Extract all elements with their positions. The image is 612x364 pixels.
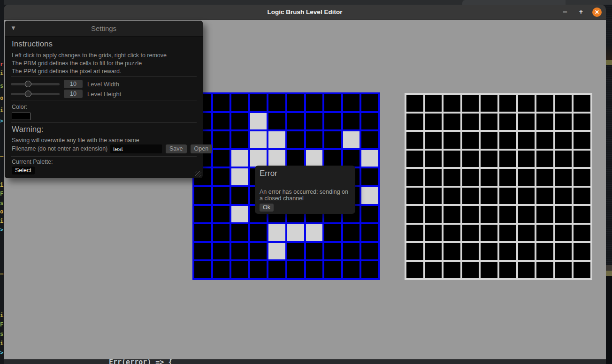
ppm-cell[interactable] — [518, 114, 535, 130]
ppm-cell[interactable] — [444, 132, 460, 149]
ppm-cell[interactable] — [481, 243, 497, 260]
ppm-cell[interactable] — [444, 206, 460, 223]
pbm-cell[interactable] — [231, 131, 248, 148]
pbm-cell[interactable] — [324, 243, 341, 260]
pbm-cell[interactable] — [194, 206, 211, 223]
ppm-cell[interactable] — [555, 114, 572, 130]
level-width-value[interactable]: 10 — [64, 80, 83, 88]
pbm-cell[interactable] — [231, 243, 248, 260]
ppm-cell[interactable] — [518, 206, 535, 223]
pbm-cell[interactable] — [287, 94, 304, 111]
ppm-cell[interactable] — [462, 169, 479, 186]
pbm-cell[interactable] — [268, 131, 285, 148]
pbm-cell[interactable] — [213, 113, 230, 130]
pbm-cell[interactable] — [213, 206, 230, 223]
ppm-cell[interactable] — [406, 206, 423, 223]
resize-grip[interactable] — [195, 171, 201, 177]
pbm-cell[interactable] — [343, 113, 360, 130]
pbm-cell[interactable] — [324, 224, 341, 241]
ppm-cell[interactable] — [536, 262, 553, 279]
pbm-cell[interactable] — [361, 224, 378, 241]
ppm-cell[interactable] — [481, 262, 497, 279]
ppm-cell[interactable] — [555, 188, 572, 205]
pbm-cell[interactable] — [361, 131, 378, 148]
ppm-cell[interactable] — [444, 151, 460, 167]
ppm-cell[interactable] — [536, 151, 553, 167]
ppm-cell[interactable] — [406, 95, 423, 112]
ppm-cell[interactable] — [574, 188, 590, 205]
ppm-cell[interactable] — [444, 114, 460, 130]
ppm-cell[interactable] — [444, 262, 460, 279]
ppm-cell[interactable] — [462, 95, 479, 112]
ppm-cell[interactable] — [555, 151, 572, 167]
ppm-cell[interactable] — [462, 225, 479, 242]
pbm-cell[interactable] — [194, 187, 211, 204]
ppm-cell[interactable] — [536, 188, 553, 205]
level-height-slider[interactable] — [11, 93, 60, 95]
pbm-cell[interactable] — [250, 113, 267, 130]
ppm-cell[interactable] — [499, 132, 516, 149]
minimize-button[interactable]: ‒ — [558, 5, 572, 20]
save-button[interactable]: Save — [166, 144, 187, 153]
ppm-cell[interactable] — [462, 151, 479, 167]
pbm-cell[interactable] — [213, 150, 230, 167]
ppm-cell[interactable] — [444, 225, 460, 242]
ppm-cell[interactable] — [462, 206, 479, 223]
pbm-cell[interactable] — [213, 187, 230, 204]
ppm-cell[interactable] — [536, 243, 553, 260]
ppm-cell[interactable] — [406, 225, 423, 242]
ppm-cell[interactable] — [425, 188, 442, 205]
pbm-cell[interactable] — [268, 94, 285, 111]
ppm-cell[interactable] — [499, 114, 516, 130]
ppm-cell[interactable] — [499, 225, 516, 242]
pbm-cell[interactable] — [287, 150, 304, 167]
ppm-cell[interactable] — [481, 151, 497, 167]
pbm-cell[interactable] — [361, 261, 378, 278]
pbm-cell[interactable] — [343, 94, 360, 111]
ppm-cell[interactable] — [574, 262, 590, 279]
pbm-cell[interactable] — [306, 94, 323, 111]
pbm-cell[interactable] — [361, 206, 378, 223]
ppm-cell[interactable] — [536, 225, 553, 242]
pbm-cell[interactable] — [324, 113, 341, 130]
pbm-cell[interactable] — [287, 261, 304, 278]
ppm-cell[interactable] — [425, 206, 442, 223]
pbm-cell[interactable] — [306, 150, 323, 167]
ppm-grid[interactable] — [405, 93, 592, 280]
pbm-cell[interactable] — [306, 113, 323, 130]
pbm-cell[interactable] — [213, 94, 230, 111]
ppm-cell[interactable] — [406, 114, 423, 130]
ppm-cell[interactable] — [574, 132, 590, 149]
pbm-cell[interactable] — [287, 113, 304, 130]
pbm-cell[interactable] — [361, 243, 378, 260]
ppm-cell[interactable] — [499, 206, 516, 223]
pbm-cell[interactable] — [231, 168, 248, 185]
pbm-cell[interactable] — [287, 131, 304, 148]
pbm-cell[interactable] — [324, 94, 341, 111]
pbm-cell[interactable] — [343, 243, 360, 260]
pbm-cell[interactable] — [361, 113, 378, 130]
pbm-cell[interactable] — [343, 224, 360, 241]
pbm-cell[interactable] — [343, 131, 360, 148]
color-swatch[interactable] — [12, 113, 31, 120]
pbm-cell[interactable] — [306, 261, 323, 278]
pbm-cell[interactable] — [343, 261, 360, 278]
ppm-cell[interactable] — [499, 151, 516, 167]
ppm-cell[interactable] — [462, 188, 479, 205]
ppm-cell[interactable] — [462, 114, 479, 130]
pbm-cell[interactable] — [361, 187, 378, 204]
pbm-cell[interactable] — [306, 243, 323, 260]
pbm-cell[interactable] — [194, 261, 211, 278]
ppm-cell[interactable] — [425, 114, 442, 130]
ppm-cell[interactable] — [444, 243, 460, 260]
ppm-cell[interactable] — [518, 243, 535, 260]
pbm-cell[interactable] — [268, 261, 285, 278]
ppm-cell[interactable] — [518, 132, 535, 149]
pbm-cell[interactable] — [287, 243, 304, 260]
ppm-cell[interactable] — [536, 169, 553, 186]
pbm-cell[interactable] — [287, 224, 304, 241]
ppm-cell[interactable] — [574, 95, 590, 112]
ppm-cell[interactable] — [499, 169, 516, 186]
ppm-cell[interactable] — [425, 132, 442, 149]
ppm-cell[interactable] — [499, 95, 516, 112]
